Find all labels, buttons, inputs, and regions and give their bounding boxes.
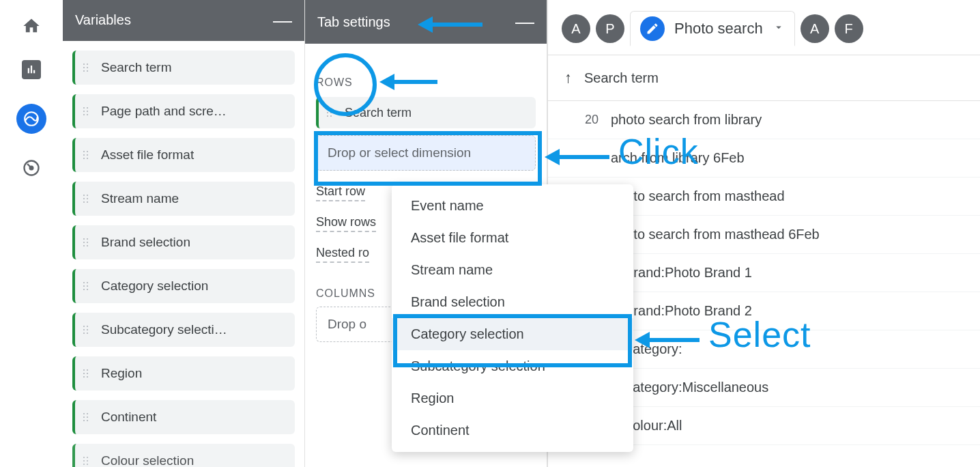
drag-icon [83, 369, 93, 378]
settings-header: Tab settings — [305, 0, 547, 44]
variables-header: Variables — [63, 0, 304, 41]
home-icon[interactable] [22, 16, 41, 36]
start-row-field[interactable]: Start row [316, 184, 365, 201]
table-row[interactable]: arch from library 6Feb [548, 139, 980, 178]
dropdown-item[interactable]: Category selection [392, 318, 633, 350]
settings-title: Tab settings [317, 14, 390, 30]
dropdown-item[interactable]: Continent [392, 414, 633, 447]
drag-icon [83, 63, 93, 72]
tab-active-title: Photo search [674, 20, 763, 38]
chart-icon[interactable] [22, 60, 41, 79]
tabs-row: A P Photo search A F [548, 0, 980, 55]
dimension-chip[interactable]: Category selection [72, 269, 295, 303]
tab-circle[interactable]: P [596, 14, 624, 43]
variables-list: Search term Page path and scre… Asset fi… [63, 41, 304, 467]
variables-title: Variables [75, 12, 131, 28]
drag-icon [83, 195, 93, 203]
rows-dropzone[interactable]: Drop or select dimension [316, 135, 536, 171]
dimension-chip[interactable]: Brand selection [72, 225, 295, 259]
drag-icon [83, 151, 93, 159]
tab-circle[interactable]: A [562, 14, 590, 43]
dropdown-item[interactable]: Brand selection [392, 286, 633, 318]
tab-active[interactable]: Photo search [630, 11, 795, 46]
dropdown-item[interactable]: Asset file format [392, 222, 633, 254]
variables-panel: Variables — Search term Page path and sc… [63, 0, 305, 467]
dimension-dropdown[interactable]: Event name Asset file format Stream name… [392, 184, 633, 452]
dimension-chip[interactable]: Asset file format [72, 138, 295, 172]
show-rows-field[interactable]: Show rows [316, 215, 376, 232]
dimension-chip[interactable]: Continent [72, 400, 295, 434]
drag-icon [83, 413, 93, 421]
drag-icon [83, 107, 93, 115]
dimension-chip[interactable]: Page path and scre… [72, 94, 295, 128]
sort-arrow-icon[interactable]: ↑ [564, 69, 572, 87]
table-header-row: ↑ Search term [548, 55, 980, 101]
dimension-chip[interactable]: Region [72, 356, 295, 391]
drag-icon [327, 109, 336, 117]
dimension-chip[interactable]: Search term [72, 51, 295, 85]
collapse-icon[interactable]: — [273, 11, 292, 30]
chevron-down-icon[interactable] [773, 21, 785, 36]
drag-icon [83, 326, 93, 334]
dropdown-item[interactable]: Region [392, 382, 633, 414]
drag-icon [83, 457, 93, 465]
radar-icon[interactable] [22, 158, 41, 178]
dimension-chip[interactable]: Subcategory selecti… [72, 313, 295, 347]
drag-icon [83, 238, 93, 246]
nav-rail [0, 0, 63, 467]
dropdown-item[interactable]: Event name [392, 190, 633, 222]
table-row[interactable]: 20photo search from library [548, 101, 980, 139]
nested-rows-field[interactable]: Nested ro [316, 246, 369, 263]
tab-circle[interactable]: A [801, 14, 829, 43]
tab-circle[interactable]: F [835, 14, 863, 43]
dimension-chip[interactable]: Stream name [72, 182, 295, 216]
dropdown-item[interactable]: Stream name [392, 254, 633, 286]
explore-icon[interactable] [16, 104, 46, 134]
dropdown-item[interactable]: Subcategory selection [392, 350, 633, 382]
pencil-icon [640, 16, 665, 41]
collapse-icon[interactable]: — [515, 12, 534, 31]
table-header-label: Search term [584, 70, 659, 86]
dimension-chip[interactable]: Colour selection [72, 444, 295, 467]
rows-chip-search-term[interactable]: Search term [316, 97, 536, 128]
drag-icon [83, 282, 93, 290]
rows-section-label: ROWS [316, 76, 353, 91]
